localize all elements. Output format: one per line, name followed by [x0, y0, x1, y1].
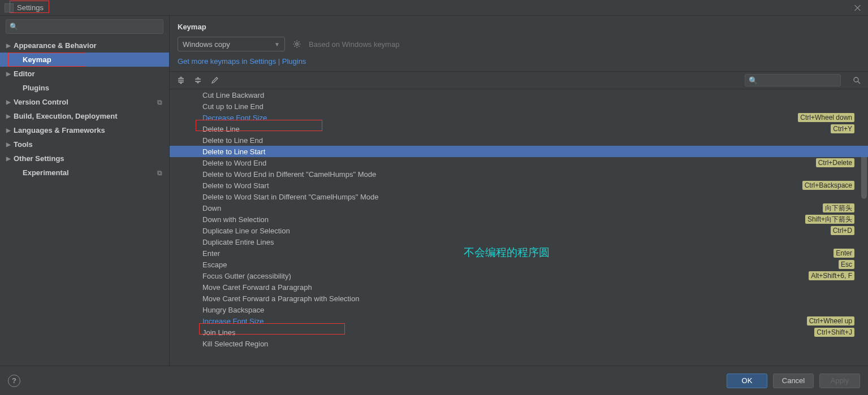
action-label: Hungry Backspace: [202, 306, 264, 314]
action-row[interactable]: Down向下箭头: [170, 202, 868, 214]
action-row[interactable]: Kill Selected Region: [170, 338, 868, 349]
shortcut-badge: Esc: [839, 260, 854, 269]
sidebar-item-experimental[interactable]: ▶Experimental⧉: [0, 166, 169, 180]
edit-icon[interactable]: [209, 75, 221, 86]
sidebar-item-tools[interactable]: ▶Tools: [0, 137, 169, 151]
chevron-right-icon: ▶: [6, 127, 11, 133]
sidebar-item-label: Version Control: [14, 98, 68, 106]
action-row[interactable]: Join LinesCtrl+Shift+J: [170, 327, 868, 338]
action-row[interactable]: Hungry Backspace: [170, 304, 868, 315]
shortcut-badge: Ctrl+Y: [831, 124, 854, 133]
window-title: Settings: [17, 3, 44, 12]
sidebar-item-other-settings[interactable]: ▶Other Settings: [0, 151, 169, 166]
gear-icon[interactable]: [292, 39, 302, 49]
ok-button[interactable]: OK: [727, 374, 767, 388]
action-search[interactable]: 🔍: [745, 74, 841, 86]
sidebar-search-input[interactable]: [20, 23, 159, 31]
action-label: Duplicate Entire Lines: [202, 238, 274, 246]
action-row[interactable]: Duplicate Line or SelectionCtrl+D: [170, 225, 868, 236]
action-label: Focus Gutter (accessibility): [202, 272, 291, 280]
sidebar-item-label: Build, Execution, Deployment: [14, 112, 117, 120]
chevron-right-icon: ▶: [6, 99, 11, 105]
action-row[interactable]: Focus Gutter (accessibility)Alt+Shift+6,…: [170, 270, 868, 281]
action-list[interactable]: Cut Line BackwardCut up to Line EndDecre…: [170, 89, 868, 366]
search-icon: 🔍: [749, 76, 758, 85]
content-title: Keymap: [170, 16, 868, 37]
sidebar-item-label: Other Settings: [14, 154, 64, 163]
action-label: Delete to Word End in Different "CamelHu…: [202, 170, 376, 179]
get-more-keymaps-link[interactable]: Get more keymaps in Settings | Plugins: [178, 57, 306, 66]
sidebar-item-languages-frameworks[interactable]: ▶Languages & Frameworks: [0, 123, 169, 137]
svg-point-0: [296, 43, 298, 45]
action-label: Delete to Line End: [202, 136, 263, 145]
keymap-toolbar: 🔍: [170, 71, 868, 89]
expand-all-icon[interactable]: [175, 75, 187, 86]
action-row[interactable]: EnterEnter: [170, 248, 868, 259]
action-row[interactable]: Delete to Word StartCtrl+Backspace: [170, 180, 868, 191]
action-row[interactable]: Delete LineCtrl+Y: [170, 123, 868, 134]
action-row[interactable]: Delete to Word End in Different "CamelHu…: [170, 168, 868, 180]
sidebar-item-version-control[interactable]: ▶Version Control⧉: [0, 95, 169, 109]
sidebar-item-build-execution-deployment[interactable]: ▶Build, Execution, Deployment: [0, 109, 169, 123]
action-row[interactable]: Down with SelectionShift+向下箭头: [170, 214, 868, 225]
action-row[interactable]: Delete to Line End: [170, 134, 868, 146]
action-row[interactable]: Increase Font SizeCtrl+Wheel up: [170, 315, 868, 327]
action-label: Delete to Word End: [202, 159, 266, 167]
sidebar-item-label: Plugins: [23, 84, 49, 92]
action-label: Join Lines: [202, 328, 236, 337]
help-button[interactable]: ?: [8, 375, 20, 387]
sidebar: 🔍 ▶Appearance & Behavior▶Keymap▶Editor▶P…: [0, 16, 170, 366]
app-icon: [5, 3, 14, 12]
action-label: Delete to Word Start: [202, 181, 269, 190]
shortcut-badge: Enter: [834, 249, 854, 258]
action-label: Increase Font Size: [202, 317, 264, 325]
sidebar-item-label: Tools: [14, 140, 33, 149]
keymap-scheme-dropdown[interactable]: Windows copy ▼: [178, 37, 285, 51]
chevron-right-icon: ▶: [6, 155, 11, 162]
sidebar-item-appearance-behavior[interactable]: ▶Appearance & Behavior: [0, 38, 169, 53]
sidebar-item-label: Keymap: [23, 55, 51, 64]
based-on-label: Based on Windows keymap: [309, 40, 399, 49]
keymap-scheme-value: Windows copy: [183, 40, 230, 49]
action-row[interactable]: Delete to Word EndCtrl+Delete: [170, 157, 868, 168]
svg-point-1: [854, 77, 858, 82]
action-row[interactable]: Cut up to Line End: [170, 101, 868, 112]
shortcut-badge: Alt+Shift+6, F: [809, 271, 854, 280]
body: 🔍 ▶Appearance & Behavior▶Keymap▶Editor▶P…: [0, 16, 868, 366]
action-row[interactable]: Duplicate Entire Lines: [170, 236, 868, 248]
action-label: Down: [202, 204, 221, 212]
content: Keymap Windows copy ▼ Based on Windows k…: [170, 16, 868, 366]
action-row[interactable]: Delete to Line Start: [170, 146, 868, 157]
scope-badge-icon: ⧉: [157, 169, 162, 177]
footer: ? OK Cancel Apply: [0, 366, 868, 395]
cancel-button[interactable]: Cancel: [773, 374, 814, 388]
find-by-shortcut-icon[interactable]: [851, 75, 862, 86]
action-row[interactable]: Decrease Font SizeCtrl+Wheel down: [170, 112, 868, 123]
apply-button[interactable]: Apply: [819, 374, 860, 388]
action-label: Move Caret Forward a Paragraph with Sele…: [202, 294, 359, 303]
action-search-input[interactable]: [760, 76, 845, 84]
sidebar-search[interactable]: 🔍: [6, 19, 163, 34]
sidebar-item-keymap[interactable]: ▶Keymap: [0, 53, 169, 67]
action-row[interactable]: Move Caret Forward a Paragraph with Sele…: [170, 293, 868, 304]
close-icon[interactable]: [853, 3, 862, 12]
shortcut-badge: Ctrl+D: [831, 226, 854, 235]
shortcut-badge: Ctrl+Backspace: [802, 181, 854, 190]
action-row[interactable]: Delete to Word Start in Different "Camel…: [170, 191, 868, 202]
shortcut-badge: Shift+向下箭头: [805, 215, 854, 224]
action-row[interactable]: Move Caret Forward a Paragraph: [170, 281, 868, 293]
action-row[interactable]: EscapeEsc: [170, 259, 868, 270]
sidebar-item-editor[interactable]: ▶Editor: [0, 67, 169, 81]
action-label: Enter: [202, 249, 220, 258]
action-label: Duplicate Line or Selection: [202, 227, 290, 235]
keymap-scheme-row: Windows copy ▼ Based on Windows keymap: [170, 37, 868, 55]
collapse-all-icon[interactable]: [192, 75, 204, 86]
action-row[interactable]: Cut Line Backward: [170, 89, 868, 101]
sidebar-item-label: Appearance & Behavior: [14, 41, 97, 50]
chevron-right-icon: ▶: [6, 141, 11, 147]
sidebar-item-label: Experimental: [23, 168, 69, 177]
shortcut-badge: Ctrl+Wheel down: [798, 113, 854, 122]
sidebar-item-plugins[interactable]: ▶Plugins: [0, 81, 169, 95]
shortcut-badge: Ctrl+Delete: [816, 158, 854, 167]
sidebar-item-label: Editor: [14, 70, 35, 78]
